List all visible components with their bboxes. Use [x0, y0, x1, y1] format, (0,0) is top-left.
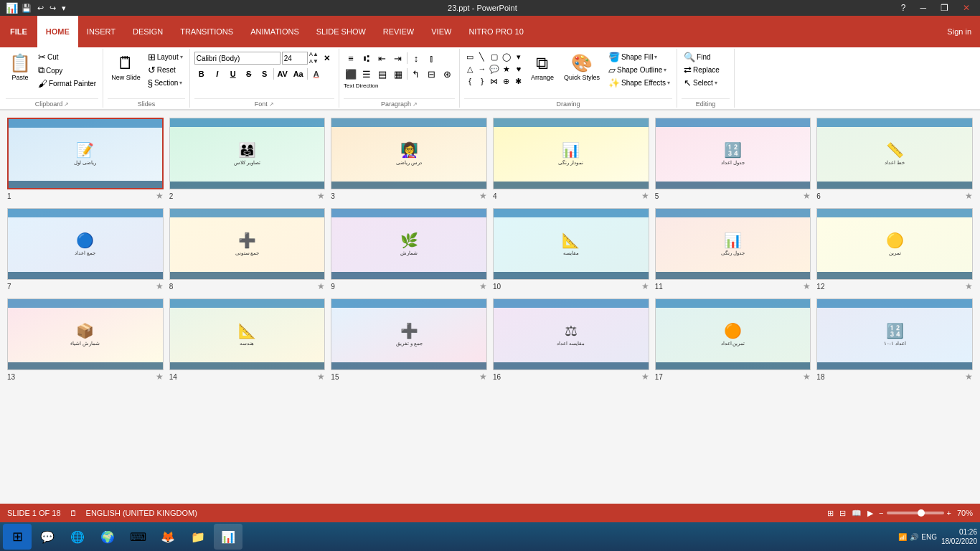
- slide-star-9[interactable]: ★: [479, 281, 487, 291]
- tab-nitro[interactable]: NITRO PRO 10: [460, 16, 532, 47]
- slide-star-11[interactable]: ★: [803, 281, 811, 291]
- brace-shape[interactable]: }: [476, 75, 488, 87]
- font-expand-icon[interactable]: ↗: [269, 101, 274, 108]
- clipboard-expand-icon[interactable]: ↗: [64, 101, 69, 108]
- decrease-font-size-btn[interactable]: A▼: [309, 59, 319, 65]
- normal-view-btn[interactable]: ⊞: [827, 509, 834, 518]
- slide-star-13[interactable]: ★: [156, 372, 164, 382]
- slide-sorter-btn[interactable]: ⊟: [839, 509, 846, 518]
- bracket-shape[interactable]: {: [464, 75, 476, 87]
- zoom-out-btn[interactable]: −: [879, 509, 883, 517]
- new-slide-button[interactable]: 🗒 New Slide: [108, 51, 144, 83]
- slide-star-15[interactable]: ★: [479, 372, 487, 382]
- zoom-control[interactable]: − +: [879, 509, 951, 517]
- tab-design[interactable]: DESIGN: [124, 16, 171, 47]
- slide-star-14[interactable]: ★: [317, 372, 325, 382]
- bold-btn[interactable]: B: [194, 67, 209, 81]
- reset-button[interactable]: ↺ Reset: [146, 64, 185, 76]
- sign-in-btn[interactable]: Sign in: [938, 24, 980, 39]
- file-tab[interactable]: FILE: [0, 24, 37, 39]
- custom-shape1[interactable]: ⋈: [489, 75, 500, 87]
- slide-star-6[interactable]: ★: [965, 191, 973, 201]
- slide-star-2[interactable]: ★: [317, 191, 325, 201]
- select-button[interactable]: ↖ Select ▾: [682, 77, 722, 89]
- paste-button[interactable]: 📋 Paste: [6, 51, 34, 83]
- layout-button[interactable]: ⊞ Layout ▾: [146, 51, 185, 63]
- zoom-track[interactable]: [887, 512, 944, 514]
- copy-button[interactable]: ⧉ Copy: [36, 64, 98, 77]
- arrow-shape[interactable]: →: [476, 63, 488, 75]
- strikethrough-btn[interactable]: S: [242, 67, 256, 81]
- language-indicator[interactable]: ENGLISH (UNITED KINGDOM): [86, 509, 197, 517]
- tab-view[interactable]: VIEW: [423, 16, 460, 47]
- taskbar-keyboard[interactable]: ⌨: [123, 524, 152, 550]
- slide-thumb-9[interactable]: 🌿شمارش9★: [331, 208, 487, 293]
- italic-btn[interactable]: I: [210, 67, 225, 81]
- tab-transitions[interactable]: TRANSITIONS: [171, 16, 242, 47]
- slide-thumb-11[interactable]: 📊جدول رنگی11★: [655, 208, 811, 293]
- custom-shape3[interactable]: ✱: [513, 75, 524, 87]
- more-shapes[interactable]: ▾: [513, 51, 524, 62]
- change-case-btn[interactable]: Aa: [291, 67, 306, 81]
- custom-shape2[interactable]: ⊕: [501, 75, 512, 87]
- bullet-list-btn[interactable]: ≡: [344, 51, 358, 65]
- save-btn[interactable]: 💾: [19, 4, 34, 13]
- taskbar-ie[interactable]: 🌐: [63, 524, 92, 550]
- slide-thumb-8[interactable]: ➕جمع ستونی8★: [169, 208, 326, 293]
- slide-thumb-6[interactable]: 📏خط اعداد6★: [816, 118, 973, 202]
- line-spacing-btn[interactable]: ↕: [409, 51, 423, 65]
- slide-thumb-4[interactable]: 📊نمودار رنگی4★: [493, 118, 649, 202]
- slide-star-4[interactable]: ★: [641, 191, 649, 201]
- slide-star-1[interactable]: ★: [156, 191, 164, 201]
- slide-star-17[interactable]: ★: [803, 372, 811, 382]
- format-painter-button[interactable]: 🖌 Format Painter: [36, 77, 98, 90]
- align-right-btn[interactable]: ▤: [375, 67, 390, 81]
- taskbar-explorer[interactable]: 📁: [184, 524, 212, 550]
- underline-btn[interactable]: U: [226, 67, 240, 81]
- slide-thumb-7[interactable]: 🔵جمع اعداد7★: [7, 208, 164, 293]
- restore-btn[interactable]: ❒: [936, 3, 953, 13]
- heart-shape[interactable]: ♥: [513, 63, 524, 75]
- slideshow-btn[interactable]: ▶: [867, 509, 873, 518]
- help-btn[interactable]: ?: [897, 3, 910, 13]
- slide-thumb-13[interactable]: 📦شمارش اشیاء13★: [7, 298, 164, 383]
- slide-star-5[interactable]: ★: [803, 191, 811, 201]
- tab-slideshow[interactable]: SLIDE SHOW: [308, 16, 374, 47]
- section-button[interactable]: § Section ▾: [146, 77, 185, 89]
- quick-styles-button[interactable]: 🎨 Quick Styles: [560, 51, 603, 83]
- slide-thumb-17[interactable]: 🟠تمرین اعداد17★: [655, 298, 811, 383]
- slide-star-7[interactable]: ★: [156, 281, 164, 291]
- smartart-btn[interactable]: ⊛: [440, 67, 455, 81]
- callout-shape[interactable]: 💬: [489, 63, 500, 75]
- decrease-indent-btn[interactable]: ⇤: [375, 51, 390, 65]
- star-shape[interactable]: ★: [501, 63, 512, 75]
- paragraph-expand-icon[interactable]: ↗: [413, 101, 418, 108]
- close-btn[interactable]: ✕: [958, 3, 974, 13]
- find-button[interactable]: 🔍 Find: [682, 51, 722, 63]
- slide-thumb-5[interactable]: 🔢جدول اعداد5★: [655, 118, 811, 202]
- replace-button[interactable]: ⇄ Replace: [682, 64, 722, 76]
- slide-thumb-18[interactable]: 🔢اعداد ۱-۱۰18★: [816, 298, 973, 383]
- shadow-btn[interactable]: S: [258, 67, 272, 81]
- slide-thumb-14[interactable]: 📐هندسه14★: [169, 298, 326, 383]
- font-color-btn[interactable]: A: [309, 67, 324, 81]
- tab-insert[interactable]: INSERT: [78, 16, 124, 47]
- undo-btn[interactable]: ↩: [35, 4, 46, 13]
- customize-btn[interactable]: ▾: [60, 4, 68, 13]
- columns-btn[interactable]: ⫿: [425, 51, 439, 65]
- clear-format-btn[interactable]: ✕: [320, 51, 334, 65]
- tab-home[interactable]: HOME: [37, 16, 78, 47]
- arrange-button[interactable]: ⧉ Arrange: [527, 51, 557, 83]
- align-text-btn[interactable]: ⊟: [425, 67, 439, 81]
- rounded-rect-shape[interactable]: ▢: [489, 51, 500, 62]
- char-spacing-btn[interactable]: AV: [275, 67, 290, 81]
- align-left-btn[interactable]: ⬛: [344, 67, 358, 81]
- minimize-btn[interactable]: ─: [915, 3, 930, 13]
- slide-star-16[interactable]: ★: [641, 372, 649, 382]
- slide-star-18[interactable]: ★: [965, 372, 973, 382]
- shape-outline-button[interactable]: ▱ Shape Outline ▾: [606, 64, 672, 76]
- rect-shape[interactable]: ▭: [464, 51, 476, 62]
- slide-thumb-2[interactable]: 👨‍👩‍👧تصاویر کلاس2★: [169, 118, 326, 202]
- slide-thumb-15[interactable]: ➕جمع و تفریق15★: [331, 298, 487, 383]
- font-size-input[interactable]: [282, 52, 308, 65]
